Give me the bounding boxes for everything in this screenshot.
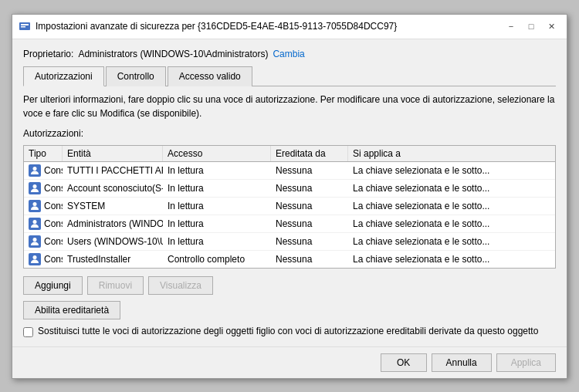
cell-applica: La chiave selezionata e le sotto... bbox=[348, 180, 555, 197]
tab-controllo[interactable]: Controllo bbox=[106, 66, 166, 86]
tab-autorizzazioni[interactable]: Autorizzazioni bbox=[23, 66, 104, 86]
svg-point-14 bbox=[33, 255, 37, 259]
dialog-content: Proprietario: Administrators (WINDOWS-10… bbox=[12, 39, 567, 346]
owner-value: Administrators (WINDOWS-10\Administrator… bbox=[78, 49, 268, 59]
cell-entita: SYSTEM bbox=[63, 198, 163, 215]
table-header: Tipo Entità Accesso Ereditata da Si appl… bbox=[24, 146, 555, 162]
svg-point-8 bbox=[33, 202, 37, 206]
table-row[interactable]: Cons... TrustedInstaller Controllo compl… bbox=[24, 251, 555, 268]
ok-button[interactable]: OK bbox=[381, 353, 427, 372]
abilita-button[interactable]: Abilita ereditarietà bbox=[23, 301, 120, 319]
cell-tipo: Cons... bbox=[24, 233, 63, 250]
annulla-button[interactable]: Annulla bbox=[432, 353, 492, 372]
applica-button[interactable]: Applica bbox=[496, 353, 556, 372]
close-button[interactable]: ✕ bbox=[542, 18, 560, 35]
abilita-row: Abilita ereditarietà bbox=[23, 301, 556, 319]
svg-point-12 bbox=[33, 238, 37, 242]
cell-ereditata: Nessuna bbox=[271, 180, 348, 197]
maximize-button[interactable]: □ bbox=[522, 18, 540, 35]
table-row[interactable]: Cons... Account sconosciuto(S-1-15-... I… bbox=[24, 180, 555, 198]
info-text: Per ulteriori informazioni, fare doppio … bbox=[23, 93, 556, 120]
table-row[interactable]: Cons... TUTTI I PACCHETTI APPLICAZI... I… bbox=[24, 162, 555, 180]
tab-bar: Autorizzazioni Controllo Accesso valido bbox=[23, 66, 556, 86]
col-applica: Si applica a bbox=[348, 146, 555, 161]
col-tipo: Tipo bbox=[24, 146, 63, 161]
action-buttons: Aggiungi Rimuovi Visualizza bbox=[23, 276, 556, 295]
cell-applica: La chiave selezionata e le sotto... bbox=[348, 233, 555, 250]
cell-accesso: In lettura bbox=[163, 162, 271, 179]
title-bar-left: Impostazioni avanzate di sicurezza per {… bbox=[19, 20, 397, 32]
window-icon bbox=[19, 20, 31, 32]
col-entita: Entità bbox=[63, 146, 163, 161]
cell-ereditata: Nessuna bbox=[271, 251, 348, 268]
cell-accesso: In lettura bbox=[163, 198, 271, 215]
cell-entita: Administrators (WINDOWS-1... bbox=[63, 215, 163, 232]
visualizza-button[interactable]: Visualizza bbox=[148, 276, 213, 295]
cell-entita: Users (WINDOWS-10\Users) bbox=[63, 233, 163, 250]
permissions-table: Tipo Entità Accesso Ereditata da Si appl… bbox=[23, 145, 556, 269]
title-controls: − □ ✕ bbox=[502, 18, 560, 35]
cell-applica: La chiave selezionata e le sotto... bbox=[348, 251, 555, 268]
svg-rect-1 bbox=[21, 24, 29, 25]
aggiungi-button[interactable]: Aggiungi bbox=[23, 276, 83, 295]
bottom-buttons: OK Annulla Applica bbox=[12, 346, 567, 378]
cell-applica: La chiave selezionata e le sotto... bbox=[348, 198, 555, 215]
section-label: Autorizzazioni: bbox=[23, 128, 556, 139]
col-accesso: Accesso bbox=[163, 146, 271, 161]
cell-ereditata: Nessuna bbox=[271, 162, 348, 179]
cell-ereditata: Nessuna bbox=[271, 215, 348, 232]
col-ereditata: Ereditata da bbox=[271, 146, 348, 161]
cell-entita: TUTTI I PACCHETTI APPLICAZI... bbox=[63, 162, 163, 179]
tab-accesso[interactable]: Accesso valido bbox=[168, 66, 252, 86]
change-owner-link[interactable]: Cambia bbox=[273, 49, 304, 59]
cell-accesso: Controllo completo bbox=[163, 251, 271, 268]
table-row[interactable]: Cons... Administrators (WINDOWS-1... In … bbox=[24, 215, 555, 233]
cell-accesso: In lettura bbox=[163, 233, 271, 250]
cell-tipo: Cons... bbox=[24, 162, 63, 179]
checkbox-label: Sostituisci tutte le voci di autorizzazi… bbox=[38, 326, 538, 336]
svg-point-6 bbox=[33, 184, 37, 188]
table-body: Cons... TUTTI I PACCHETTI APPLICAZI... I… bbox=[24, 162, 555, 268]
cell-applica: La chiave selezionata e le sotto... bbox=[348, 162, 555, 179]
cell-ereditata: Nessuna bbox=[271, 198, 348, 215]
window-title: Impostazioni avanzate di sicurezza per {… bbox=[36, 21, 397, 32]
table-row[interactable]: Cons... Users (WINDOWS-10\Users) In lett… bbox=[24, 233, 555, 251]
title-bar: Impostazioni avanzate di sicurezza per {… bbox=[12, 15, 567, 39]
owner-row: Proprietario: Administrators (WINDOWS-10… bbox=[23, 49, 556, 59]
cell-tipo: Cons... bbox=[24, 198, 63, 215]
cell-accesso: In lettura bbox=[163, 180, 271, 197]
cell-entita: Account sconosciuto(S-1-15-... bbox=[63, 180, 163, 197]
cell-tipo: Cons... bbox=[24, 251, 63, 268]
cell-accesso: In lettura bbox=[163, 215, 271, 232]
cell-tipo: Cons... bbox=[24, 180, 63, 197]
svg-point-4 bbox=[33, 167, 37, 171]
rimuovi-button[interactable]: Rimuovi bbox=[87, 276, 144, 295]
cell-ereditata: Nessuna bbox=[271, 233, 348, 250]
cell-entita: TrustedInstaller bbox=[63, 251, 163, 268]
replace-checkbox[interactable] bbox=[23, 327, 33, 337]
owner-label: Proprietario: bbox=[23, 49, 73, 59]
cell-tipo: Cons... bbox=[24, 215, 63, 232]
main-window: Impostazioni avanzate di sicurezza per {… bbox=[12, 14, 567, 379]
cell-applica: La chiave selezionata e le sotto... bbox=[348, 215, 555, 232]
svg-rect-2 bbox=[21, 26, 25, 28]
minimize-button[interactable]: − bbox=[502, 18, 520, 35]
checkbox-row: Sostituisci tutte le voci di autorizzazi… bbox=[23, 326, 556, 337]
table-row[interactable]: Cons... SYSTEM In lettura Nessuna La chi… bbox=[24, 198, 555, 215]
svg-point-10 bbox=[33, 220, 37, 224]
